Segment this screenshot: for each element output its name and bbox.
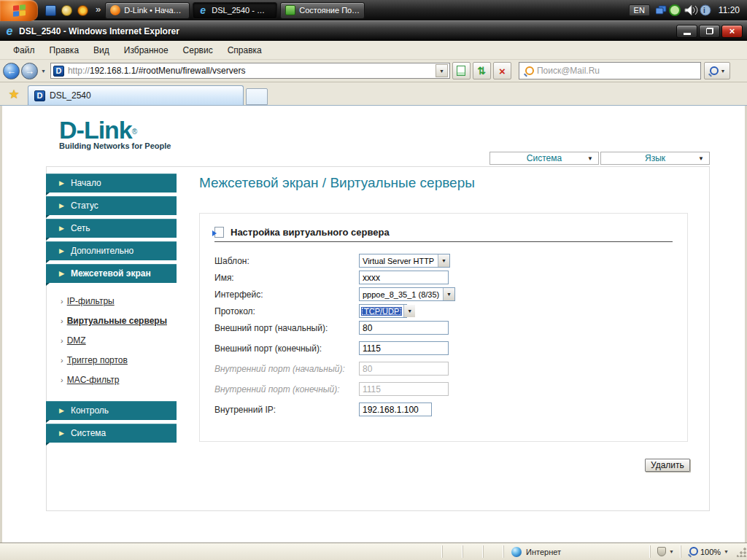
zoom-control[interactable]: 100% ▼ [681, 545, 735, 557]
sidebar-item-контроль[interactable]: ▶Контроль [46, 401, 177, 420]
menu-item-0[interactable]: Файл [6, 43, 42, 58]
tray-icons[interactable]: i [656, 4, 713, 16]
system-tray: EN i 11:20 [629, 4, 747, 16]
stop-button[interactable]: × [493, 62, 511, 79]
forward-button[interactable]: → [21, 63, 38, 79]
address-field[interactable]: D http://192.168.1.1/#rootMenu/firewall/… [50, 63, 450, 79]
language-dropdown[interactable]: Язык ▼ [600, 152, 710, 165]
select-value: pppoe_8_35_1 (8/35) [360, 290, 443, 299]
sidebar-item-сеть[interactable]: ▶Сеть [46, 219, 177, 238]
sidebar-item-label: Дополнительно [71, 246, 133, 256]
protocol-select[interactable]: TCP/UDP▼ [359, 304, 407, 318]
new-tab-button[interactable] [246, 88, 268, 105]
restore-button[interactable] [699, 25, 720, 38]
form-row: Шаблон:Virtual Server HTTP▼ [214, 254, 673, 268]
interface-select[interactable]: pppoe_8_35_1 (8/35)▼ [359, 287, 455, 301]
search-input[interactable]: Поиск@Mail.Ru [519, 62, 701, 79]
submenu-item-dmz[interactable]: ›DMZ [61, 335, 177, 346]
status-message-area [0, 543, 442, 560]
menu-item-1[interactable]: Правка [42, 43, 87, 58]
system-dropdown[interactable]: Система ▼ [489, 152, 599, 165]
address-bar-row: ← → ▼ D http://192.168.1.1/#rootMenu/fir… [0, 60, 747, 82]
history-dropdown-icon[interactable]: ▼ [41, 69, 46, 74]
address-url[interactable]: http://192.168.1.1/#rootMenu/firewall/vs… [68, 66, 436, 76]
form-label: Шаблон: [214, 256, 359, 266]
favorites-button[interactable]: ★ [4, 85, 23, 103]
firefox-icon [110, 5, 120, 15]
external-port-start-input[interactable]: 80 [359, 321, 449, 335]
tab-title: DSL_2540 [50, 90, 91, 101]
submenu-item-mac-фильтр[interactable]: ›MAC-фильтр [61, 375, 177, 385]
sidebar-item-статус[interactable]: ▶Статус [46, 196, 177, 215]
taskbar-button[interactable]: Состояние Подключ... [280, 2, 365, 19]
window-controls: × [676, 25, 743, 38]
select-arrow-icon[interactable]: ▼ [403, 305, 415, 317]
language-indicator[interactable]: EN [629, 4, 650, 16]
back-button[interactable]: ← [3, 63, 20, 79]
menu-item-3[interactable]: Избранное [117, 43, 176, 58]
form-label: Протокол: [214, 306, 359, 316]
submenu-bullet: › [61, 356, 63, 365]
menu-item-4[interactable]: Сервис [176, 43, 220, 58]
sidebar-item-label: Статус [71, 201, 98, 211]
section-title: Настройка виртуального сервера [231, 227, 390, 238]
external-port-end-input[interactable]: 1115 [359, 341, 449, 355]
window-title-bar[interactable]: e DSL_2540 - Windows Internet Explorer × [0, 21, 747, 41]
page-icon [457, 66, 465, 76]
minimize-button[interactable] [676, 25, 697, 38]
submenu-item-виртуальные-серверы[interactable]: ›Виртуальные серверы [61, 316, 177, 326]
zone-label: Интернет [526, 548, 561, 556]
delete-button[interactable]: Удалить [645, 459, 690, 472]
page-title: Межсетевой экран / Виртуальные серверы [199, 175, 475, 191]
menu-item-5[interactable]: Справка [220, 43, 269, 58]
select-arrow-icon[interactable]: ▼ [438, 254, 449, 267]
chevron-down-icon: ▼ [698, 155, 704, 162]
volume-icon [685, 5, 692, 15]
sidebar-item-дополнительно[interactable]: ▶Дополнительно [46, 241, 177, 260]
submenu-link-label: Триггер портов [67, 355, 128, 365]
select-arrow-icon[interactable]: ▼ [443, 288, 454, 300]
protected-mode-button[interactable]: ▼ [650, 545, 681, 557]
start-button[interactable] [0, 0, 38, 21]
sidebar-item-система[interactable]: ▶Система [46, 424, 177, 443]
form-rows: Шаблон:Virtual Server HTTP▼Имя:xxxxИнтер… [214, 254, 673, 416]
page-button[interactable] [452, 62, 471, 79]
submenu-link-label: IP-фильтры [67, 296, 115, 306]
sidebar-item-label: Система [71, 428, 106, 438]
close-button[interactable]: × [721, 25, 743, 38]
quick-launch-search-icon[interactable] [61, 5, 72, 16]
tab-dsl2540[interactable]: D DSL_2540 [28, 85, 244, 105]
logo-brand: D-Link [59, 116, 132, 144]
chevron-down-icon: ▼ [587, 155, 593, 162]
window-title: DSL_2540 - Windows Internet Explorer [19, 26, 179, 36]
template-select[interactable]: Virtual Server HTTP▼ [359, 254, 450, 268]
chevron-down-icon: ▼ [669, 549, 674, 554]
dlink-logo: D-Link® Building Networks for People [59, 119, 171, 150]
taskbar-button-label: Состояние Подключ... [299, 6, 360, 15]
site-favicon: D [53, 66, 64, 77]
tab-bar: ★ D DSL_2540 [0, 82, 747, 106]
internal-port-start-input: 80 [359, 362, 449, 376]
taskbar-button[interactable]: D-Link • Начать нову... [105, 2, 190, 19]
name-input[interactable]: xxxx [359, 271, 449, 284]
section-doc-icon [214, 227, 224, 238]
internal-ip-input[interactable]: 192.168.1.100 [359, 402, 432, 416]
submenu-bullet: › [61, 316, 63, 325]
resize-grip[interactable] [737, 547, 747, 557]
quick-launch-daemon-icon[interactable] [77, 5, 88, 16]
menu-item-2[interactable]: Вид [86, 43, 117, 58]
taskbar-clock[interactable]: 11:20 [719, 5, 740, 15]
submenu-item-триггер-портов[interactable]: ›Триггер портов [61, 355, 177, 365]
quick-launch-app-icon[interactable] [45, 5, 56, 16]
search-go-button[interactable]: ▼ [704, 62, 730, 79]
submenu-bullet: › [61, 297, 63, 306]
form-row: Имя:xxxx [214, 271, 673, 284]
sidebar-item-начало[interactable]: ▶Начало [46, 174, 177, 192]
taskbar-button[interactable]: eDSL_2540 - Windows I... [193, 2, 277, 19]
sidebar-item-межсетевой-экран[interactable]: ▶Межсетевой экран [46, 264, 177, 283]
quick-launch-overflow-chevron[interactable]: » [96, 4, 101, 15]
refresh-button[interactable]: ⇅ [473, 62, 491, 79]
submenu-item-ip-фильтры[interactable]: ›IP-фильтры [61, 296, 177, 306]
address-dropdown-button[interactable]: ▼ [436, 64, 448, 77]
browser-viewport: D-Link® Building Networks for People Сис… [0, 106, 747, 542]
